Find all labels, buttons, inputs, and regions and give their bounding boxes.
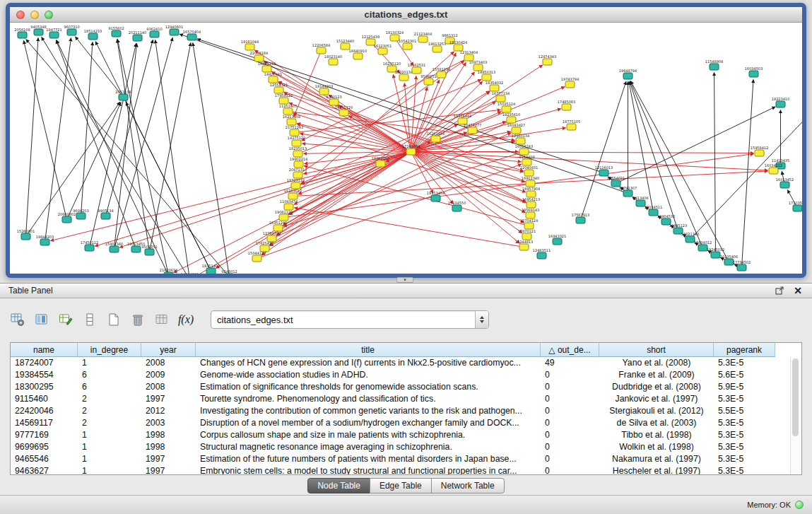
column-header-out_de[interactable]: △ out_de... xyxy=(541,343,599,357)
table-row[interactable]: 1830029562008Estimation of significance … xyxy=(11,381,801,393)
table-row[interactable]: 946362711997Embryonic stem cells: a mode… xyxy=(11,465,801,475)
graph-node[interactable] xyxy=(376,160,385,167)
table-row[interactable]: 2242004622012Investigating the contribut… xyxy=(11,405,801,417)
graph-node[interactable] xyxy=(433,46,442,52)
new-document-icon[interactable] xyxy=(105,310,123,329)
trash-icon[interactable] xyxy=(129,310,147,329)
graph-node[interactable] xyxy=(418,36,428,42)
table-row[interactable]: 946554611997Estimation of the future num… xyxy=(11,453,801,465)
graph-node[interactable] xyxy=(112,30,121,37)
rows-icon[interactable] xyxy=(81,310,99,329)
tab-node-table[interactable]: Node Table xyxy=(307,478,370,493)
network-canvas[interactable]: 2056108940534818477219607310185142339155… xyxy=(10,23,802,274)
graph-node[interactable] xyxy=(49,32,59,38)
graph-node[interactable] xyxy=(353,53,363,59)
graph-node[interactable] xyxy=(424,78,433,85)
graph-node[interactable] xyxy=(40,239,49,245)
graph-node[interactable] xyxy=(133,35,142,41)
graph-node[interactable] xyxy=(710,64,719,70)
graph-node[interactable] xyxy=(537,252,546,259)
graph-node[interactable] xyxy=(576,217,585,223)
fx-icon[interactable]: f(x) xyxy=(177,310,195,329)
graph-node[interactable] xyxy=(170,29,179,35)
close-window-icon[interactable] xyxy=(16,11,25,19)
graph-node[interactable] xyxy=(437,71,446,78)
tab-edge-table[interactable]: Edge Table xyxy=(370,478,432,493)
combobox-stepper-icon[interactable] xyxy=(475,311,488,328)
graph-node[interactable] xyxy=(378,48,387,54)
graph-node[interactable] xyxy=(519,244,529,250)
window-titlebar[interactable]: citations_edges.txt xyxy=(10,7,802,23)
network-svg[interactable]: 2056108940534818477219607310185142339155… xyxy=(10,23,802,274)
graph-node[interactable] xyxy=(21,233,30,240)
split-divider-handle[interactable]: ▾ xyxy=(396,277,413,283)
graph-node[interactable] xyxy=(339,110,348,116)
table-row[interactable]: 1456911722003Disruption of a novel membe… xyxy=(11,417,801,429)
zoom-window-icon[interactable] xyxy=(45,11,53,19)
table-row[interactable]: 969969511998Structural magnetic resonanc… xyxy=(11,441,801,453)
tab-network-table[interactable]: Network Table xyxy=(431,478,505,493)
graph-node[interactable] xyxy=(329,59,338,65)
graph-node[interactable] xyxy=(565,81,575,88)
graph-node[interactable] xyxy=(406,148,416,155)
graph-node[interactable] xyxy=(206,268,216,274)
graph-node[interactable] xyxy=(755,150,764,156)
graph-node[interactable] xyxy=(562,104,571,110)
graph-node[interactable] xyxy=(245,44,254,50)
graph-node[interactable] xyxy=(452,205,461,211)
table-settings-icon[interactable] xyxy=(8,310,27,329)
table-gray-icon[interactable] xyxy=(153,310,171,329)
graph-node[interactable] xyxy=(67,29,76,35)
edit-table-icon[interactable] xyxy=(57,310,75,329)
graph-node[interactable] xyxy=(145,249,154,255)
graph-node[interactable] xyxy=(187,34,196,40)
table-row[interactable]: 977716911998Corpus callosum shape and si… xyxy=(11,429,801,441)
graph-node[interactable] xyxy=(76,213,86,219)
minimize-window-icon[interactable] xyxy=(30,11,39,19)
graph-node[interactable] xyxy=(131,246,141,252)
graph-node[interactable] xyxy=(567,124,576,130)
column-header-title[interactable]: title xyxy=(196,343,541,357)
graph-node[interactable] xyxy=(317,47,326,54)
graph-node[interactable] xyxy=(403,43,412,49)
close-panel-icon[interactable]: ✕ xyxy=(792,285,804,296)
show-columns-icon[interactable] xyxy=(33,310,51,329)
graph-node[interactable] xyxy=(776,101,785,107)
graph-node[interactable] xyxy=(399,74,408,81)
graph-node[interactable] xyxy=(18,32,27,38)
column-header-year[interactable]: year xyxy=(141,343,196,357)
table-row[interactable]: 911546021997Tourette syndrome. Phenomeno… xyxy=(11,393,801,405)
table-select-combobox[interactable]: citations_edges.txt xyxy=(211,310,489,329)
graph-node[interactable] xyxy=(623,190,632,197)
graph-node[interactable] xyxy=(164,272,173,274)
column-header-short[interactable]: short xyxy=(599,343,714,357)
graph-node[interactable] xyxy=(101,213,110,219)
graph-node[interactable] xyxy=(252,255,261,262)
table-scrollbar[interactable] xyxy=(790,357,801,474)
graph-node[interactable] xyxy=(431,136,440,142)
graph-node[interactable] xyxy=(412,67,421,74)
float-panel-icon[interactable] xyxy=(774,285,785,296)
graph-node[interactable] xyxy=(711,252,720,258)
graph-node[interactable] xyxy=(85,245,94,251)
graph-node[interactable] xyxy=(34,29,43,35)
graph-node[interactable] xyxy=(88,33,98,40)
graph-node[interactable] xyxy=(793,205,802,211)
graph-node[interactable] xyxy=(431,195,440,201)
table-row[interactable]: 1938455462009Genome-wide association stu… xyxy=(11,369,801,381)
graph-node[interactable] xyxy=(780,182,789,188)
graph-node[interactable] xyxy=(110,246,119,252)
graph-node[interactable] xyxy=(623,73,632,79)
graph-node[interactable] xyxy=(543,59,552,65)
graph-node[interactable] xyxy=(119,94,128,100)
table-row[interactable]: 1872400712008Changes of HCN gene express… xyxy=(11,357,801,369)
graph-node[interactable] xyxy=(150,31,159,37)
scrollbar-thumb[interactable] xyxy=(792,358,799,436)
graph-node[interactable] xyxy=(749,71,758,77)
graph-node[interactable] xyxy=(553,238,562,245)
column-header-in_degree[interactable]: in_degree xyxy=(78,343,141,357)
graph-node[interactable] xyxy=(737,264,746,271)
graph-node[interactable] xyxy=(769,168,778,174)
column-header-pagerank[interactable]: pagerank xyxy=(714,343,775,357)
column-header-name[interactable]: name xyxy=(11,343,78,357)
